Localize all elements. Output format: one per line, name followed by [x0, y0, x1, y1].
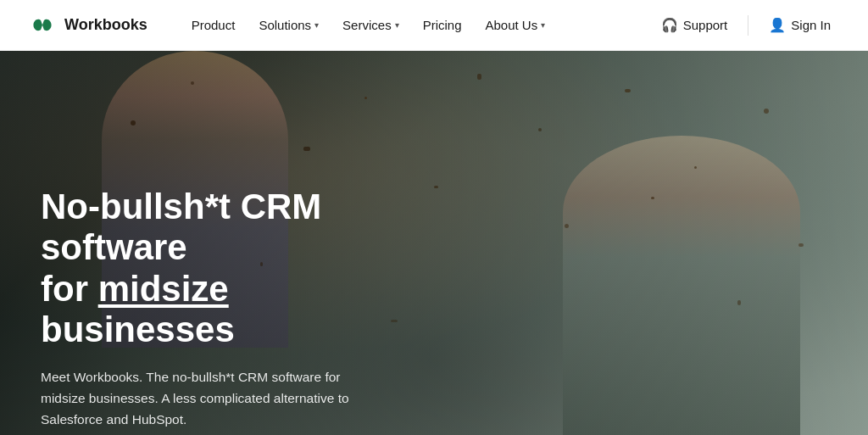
nav-label-about-us: About Us: [486, 18, 538, 32]
signin-button[interactable]: 👤 Sign In: [759, 10, 841, 40]
brand-name: Workbooks: [64, 16, 147, 34]
hero-content: No-bullsh*t CRM software for midsize bus…: [0, 136, 458, 435]
chevron-down-icon: ▾: [395, 20, 399, 30]
chevron-down-icon: ▾: [314, 20, 319, 30]
hero-title-line2-suffix: businesses: [41, 310, 235, 349]
user-icon: 👤: [769, 17, 786, 33]
nav-item-about-us[interactable]: About Us ▾: [476, 11, 556, 39]
hero-subtitle: Meet Workbooks. The no-bullsh*t CRM soft…: [41, 367, 380, 430]
hero-title: No-bullsh*t CRM software for midsize bus…: [41, 187, 417, 350]
nav-links: Product Solutions ▾ Services ▾ Pricing A…: [181, 11, 651, 39]
nav-item-services[interactable]: Services ▾: [332, 11, 409, 39]
nav-label-pricing: Pricing: [423, 18, 462, 32]
nav-label-services: Services: [342, 18, 392, 32]
support-button[interactable]: 🎧 Support: [651, 10, 738, 40]
nav-item-pricing[interactable]: Pricing: [413, 11, 472, 39]
hero-title-underline-word: midsize: [98, 269, 229, 309]
hero-title-line2-prefix: for: [41, 269, 98, 309]
support-label: Support: [683, 18, 728, 32]
navbar: Workbooks Product Solutions ▾ Services ▾…: [0, 0, 868, 51]
nav-item-product[interactable]: Product: [181, 11, 246, 39]
nav-label-product: Product: [192, 18, 236, 32]
logo-link[interactable]: Workbooks: [27, 16, 147, 35]
nav-item-solutions[interactable]: Solutions ▾: [248, 11, 329, 39]
hero-title-line1: No-bullsh*t CRM software: [41, 187, 321, 267]
signin-label: Sign In: [791, 18, 831, 32]
nav-label-solutions: Solutions: [259, 18, 311, 32]
hero-section: No-bullsh*t CRM software for midsize bus…: [0, 51, 868, 435]
nav-divider: [748, 15, 748, 36]
headset-icon: 🎧: [661, 17, 678, 33]
chevron-down-icon: ▾: [541, 20, 545, 30]
nav-right: 🎧 Support 👤 Sign In: [651, 10, 841, 40]
workbooks-logo-icon: [27, 16, 58, 35]
